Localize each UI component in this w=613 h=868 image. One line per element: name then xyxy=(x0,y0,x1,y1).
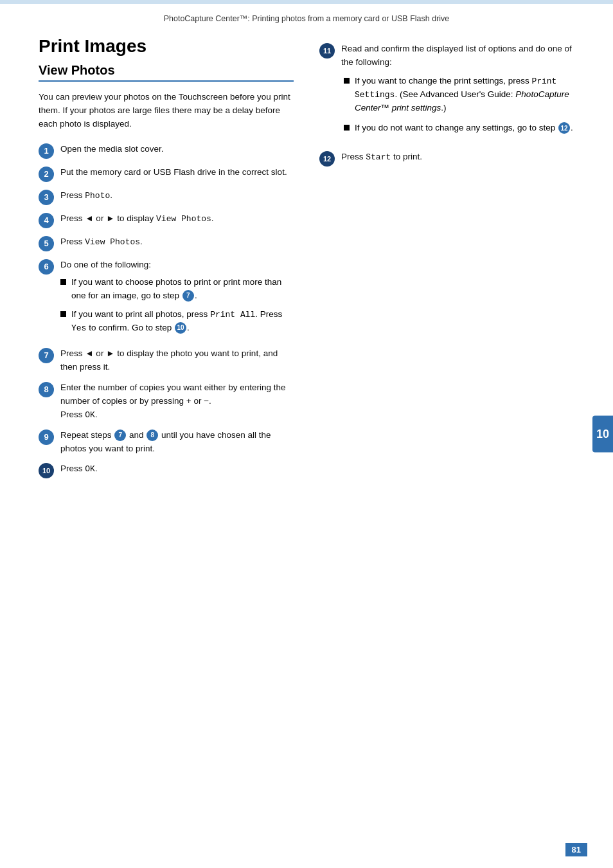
step-5: 5 Press View Photos. xyxy=(39,235,294,251)
step-badge-1: 1 xyxy=(39,143,54,159)
right-column: 11 Read and confirm the displayed list o… xyxy=(319,36,574,485)
step-6-bullet-1-text: If you want to choose photos to print or… xyxy=(71,276,294,303)
step-3-text: Press Photo. xyxy=(60,189,112,203)
intro-text: You can preview your photos on the Touch… xyxy=(39,91,294,131)
step-10: 10 Press OK. xyxy=(39,462,294,478)
step-11: 11 Read and confirm the displayed list o… xyxy=(319,42,574,141)
step-12: 12 Press Start to print. xyxy=(319,150,574,167)
bullet-icon-11b xyxy=(344,125,350,131)
left-column: Print Images View Photos You can preview… xyxy=(39,36,294,485)
step-6-content: Do one of the following: If you want to … xyxy=(60,258,294,340)
step-11-bullet-1-text: If you want to change the print settings… xyxy=(355,75,574,115)
step-4-text: Press ◄ or ► to display View Photos. xyxy=(60,212,214,226)
step-badge-6: 6 xyxy=(39,259,54,275)
step-12-text: Press Start to print. xyxy=(341,150,422,164)
step-list: 1 Open the media slot cover. 2 Put the m… xyxy=(39,143,294,479)
step-6-text: Do one of the following: xyxy=(60,260,151,269)
step-2: 2 Put the memory card or USB Flash drive… xyxy=(39,166,294,182)
step-badge-3: 3 xyxy=(39,190,54,205)
step-6-bullet-2: If you want to print all photos, press P… xyxy=(60,308,294,335)
page-layout: Print Images View Photos You can preview… xyxy=(0,30,613,511)
page-header: PhotoCapture Center™: Printing photos fr… xyxy=(0,0,613,30)
step-ref-7a: 7 xyxy=(182,290,194,302)
step-9: 9 Repeat steps 7 and 8 until you have ch… xyxy=(39,429,294,456)
step-8: 8 Enter the number of copies you want ei… xyxy=(39,381,294,422)
step-10-text: Press OK. xyxy=(60,462,98,476)
step-badge-10: 10 xyxy=(39,463,54,478)
step-1: 1 Open the media slot cover. xyxy=(39,143,294,159)
step-badge-2: 2 xyxy=(39,167,54,182)
step-badge-8: 8 xyxy=(39,382,54,397)
step-5-text: Press View Photos. xyxy=(60,235,143,249)
step-2-text: Put the memory card or USB Flash drive i… xyxy=(60,166,287,179)
step-badge-5: 5 xyxy=(39,236,54,251)
step-11-bullet-2-text: If you do not want to change any setting… xyxy=(355,122,573,135)
step-11-text: Read and confirm the displayed list of o… xyxy=(341,44,572,67)
step-1-text: Open the media slot cover. xyxy=(60,143,164,156)
step-6-bullets: If you want to choose photos to print or… xyxy=(60,276,294,335)
step-11-bullet-2: If you do not want to change any setting… xyxy=(344,122,574,135)
step-badge-9: 9 xyxy=(39,429,54,445)
step-3: 3 Press Photo. xyxy=(39,189,294,205)
step-6: 6 Do one of the following: If you want t… xyxy=(39,258,294,340)
step-badge-7: 7 xyxy=(39,348,54,363)
page-number-box: 81 xyxy=(565,843,587,856)
bullet-icon-1 xyxy=(60,279,66,285)
step-11-content: Read and confirm the displayed list of o… xyxy=(341,42,574,141)
bullet-icon-2 xyxy=(60,311,66,317)
step-badge-11: 11 xyxy=(319,43,335,59)
step-9-text: Repeat steps 7 and 8 until you have chos… xyxy=(60,429,294,456)
top-bar xyxy=(0,0,613,4)
bullet-icon-11a xyxy=(344,78,350,84)
step-8-text: Enter the number of copies you want eith… xyxy=(60,381,294,422)
step-ref-7b: 7 xyxy=(114,429,126,441)
step-badge-12: 12 xyxy=(319,151,335,167)
main-title: Print Images xyxy=(39,36,294,57)
step-11-bullets: If you want to change the print settings… xyxy=(344,75,574,135)
step-ref-10a: 10 xyxy=(175,322,186,334)
step-6-bullet-2-text: If you want to print all photos, press P… xyxy=(71,308,294,335)
step-4: 4 Press ◄ or ► to display View Photos. xyxy=(39,212,294,228)
step-11-bullet-1: If you want to change the print settings… xyxy=(344,75,574,115)
step-6-bullet-1: If you want to choose photos to print or… xyxy=(60,276,294,303)
step-ref-12: 12 xyxy=(558,122,570,134)
section-title: View Photos xyxy=(39,63,294,82)
step-7: 7 Press ◄ or ► to display the photo you … xyxy=(39,347,294,374)
step-badge-4: 4 xyxy=(39,213,54,228)
chapter-tab: 10 xyxy=(592,416,613,453)
step-ref-8: 8 xyxy=(147,429,158,441)
step-7-text: Press ◄ or ► to display the photo you wa… xyxy=(60,347,294,374)
page-number-area: 81 xyxy=(565,843,587,856)
